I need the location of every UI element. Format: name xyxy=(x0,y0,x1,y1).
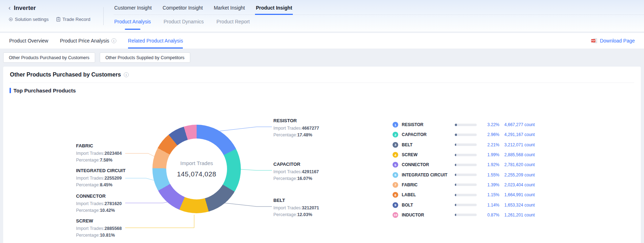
trade-count: 2,255,209 count xyxy=(503,173,552,177)
callout-name: CONNECTOR xyxy=(76,193,122,199)
share-percentage: 0.87% xyxy=(480,213,499,217)
trade-count: 1,653,324 count xyxy=(503,203,552,208)
legend-product-name: INDUCTOR xyxy=(402,213,451,217)
share-bar xyxy=(455,164,477,166)
page-title: Inverter xyxy=(14,5,36,12)
active-tab-underline xyxy=(125,29,140,30)
section-title: Other Products Purchased by Customers xyxy=(10,72,121,78)
leader-line-fabric xyxy=(125,153,155,157)
callout-connector: CONNECTOR Import Trades:2781620 Percenta… xyxy=(76,193,122,214)
legend-row-inductor: 10INDUCTOR0.87%1,261,201 count xyxy=(393,210,552,220)
share-bar-fill xyxy=(455,143,456,146)
callout-percentage-line: Percentage:12.03% xyxy=(273,211,319,218)
callout-belt: BELT Import Trades:3212071 Percentage:12… xyxy=(273,197,319,218)
filter-purchased-by-customers[interactable]: Other Products Purchased by Customers xyxy=(3,52,95,63)
legend-product-name: BELT xyxy=(402,142,451,147)
download-page-button[interactable]: PDF Download Page xyxy=(591,33,635,49)
callout-name: INTEGRATED CIRCUIT xyxy=(76,168,126,174)
callout-import-line: Import Trades:4667277 xyxy=(273,125,319,132)
callout-percentage-line: Percentage:8.45% xyxy=(76,182,126,188)
share-percentage: 3.22% xyxy=(480,122,499,127)
share-bar-fill xyxy=(455,194,456,196)
rank-badge: 1 xyxy=(393,122,398,128)
svg-text:PDF: PDF xyxy=(591,40,596,42)
share-bar xyxy=(455,183,477,186)
legend-row-capacitor: 2CAPACITOR2.96%4,291,167 count xyxy=(393,130,552,140)
header-tabs: Customer Insight Competitor Insight Mark… xyxy=(104,0,644,32)
share-bar xyxy=(455,143,477,146)
tab-product-insight[interactable]: Product Insight xyxy=(255,0,293,15)
callout-percentage-line: Percentage:10.42% xyxy=(76,207,122,214)
rank-badge: 10 xyxy=(393,212,398,218)
tab-competitor-insight[interactable]: Competitor Insight xyxy=(162,0,204,15)
callout-import-line: Import Trades:3212071 xyxy=(273,205,319,211)
info-icon[interactable]: i xyxy=(111,38,116,43)
callout-capacitor: CAPACITOR Import Trades:4291167 Percenta… xyxy=(273,161,319,182)
callout-import-line: Import Trades:4291167 xyxy=(273,169,319,175)
back-chevron-icon[interactable]: ‹ xyxy=(8,5,11,11)
callout-name: CAPACITOR xyxy=(273,161,319,168)
trade-count: 4,291,167 count xyxy=(503,132,552,137)
trade-count: 1,664,991 count xyxy=(503,192,552,197)
share-bar-fill xyxy=(455,154,456,156)
callout-import-line: Import Trades:2885568 xyxy=(76,225,122,232)
rank-badge: 9 xyxy=(393,202,398,208)
rank-badge: 5 xyxy=(393,162,398,168)
secondary-tabs: Product Analysis Product Dynamics Produc… xyxy=(114,15,644,27)
leader-line-capacitor xyxy=(241,169,272,170)
ranked-legend: 1RESISTOR3.22%4,667,277 count2CAPACITOR2… xyxy=(393,120,552,220)
callout-percentage-line: Percentage:16.07% xyxy=(273,175,319,182)
gear-icon xyxy=(8,17,13,22)
trade-record-label: Trade Record xyxy=(62,17,90,22)
share-bar-fill xyxy=(455,183,456,186)
solution-settings-label: Solution settings xyxy=(15,17,48,22)
callout-screw: SCREW Import Trades:2885568 Percentage:1… xyxy=(76,218,122,239)
tab-related-product-analysis[interactable]: Related Product Analysis xyxy=(128,33,183,49)
leader-line-screw xyxy=(125,215,194,228)
share-bar-fill xyxy=(455,214,456,216)
callout-percentage-line: Percentage:7.58% xyxy=(76,157,122,164)
callout-percentage-line: Percentage:10.81% xyxy=(76,232,122,239)
callout-integrated-circuit: INTEGRATED CIRCUIT Import Trades:2255209… xyxy=(76,168,126,188)
share-percentage: 1.39% xyxy=(480,182,499,187)
donut-chart[interactable]: Import Trades 145,074,028 xyxy=(152,125,241,213)
trade-record-link[interactable]: Trade Record xyxy=(56,17,90,22)
legend-product-name: CAPACITOR xyxy=(402,132,451,137)
subsection-title: Top Purchased Products xyxy=(13,87,76,94)
filter-row: Other Products Purchased by Customers Ot… xyxy=(3,52,644,63)
legend-row-connector: 5CONNECTOR1.92%2,781,620 count xyxy=(393,160,552,170)
callout-import-line: Import Trades:2023404 xyxy=(76,150,122,157)
leader-line-integrated-circuit xyxy=(125,178,154,180)
legend-product-name: RESISTOR xyxy=(402,122,451,127)
related-products-card: Other Products Purchased by Customers i … xyxy=(3,67,641,243)
legend-product-name: SCREW xyxy=(402,152,451,157)
legend-product-name: LABEL xyxy=(402,192,451,197)
section-info-icon[interactable]: i xyxy=(124,72,129,77)
rank-badge: 8 xyxy=(393,192,398,198)
donut-center-value: 145,074,028 xyxy=(177,170,216,178)
share-bar xyxy=(455,154,477,156)
tab-product-dynamics[interactable]: Product Dynamics xyxy=(163,18,205,27)
tab-product-overview[interactable]: Product Overview xyxy=(9,33,48,49)
tab-market-insight[interactable]: Market Insight xyxy=(213,0,245,15)
tab-product-price-analysis[interactable]: Product Price Analysis i xyxy=(60,33,116,49)
legend-row-screw: 4SCREW1.99%2,885,568 count xyxy=(393,150,552,160)
tab-product-analysis[interactable]: Product Analysis xyxy=(114,18,152,27)
share-percentage: 1.14% xyxy=(480,203,499,208)
tab-customer-insight[interactable]: Customer Insight xyxy=(114,0,152,15)
rank-badge: 4 xyxy=(393,152,398,158)
legend-row-bolt: 9BOLT1.14%1,653,324 count xyxy=(393,200,552,210)
callout-name: FABRIC xyxy=(76,143,122,149)
share-bar xyxy=(455,214,477,216)
callout-import-line: Import Trades:2255209 xyxy=(76,175,126,182)
donut-center-label: Import Trades xyxy=(180,160,213,166)
tab-product-report[interactable]: Product Report xyxy=(216,18,250,27)
tab-product-price-analysis-label: Product Price Analysis xyxy=(60,38,109,44)
filter-supplied-by-competitors[interactable]: Other Products Supplied by Competitors xyxy=(100,52,190,63)
share-bar-fill xyxy=(455,134,457,136)
callout-resistor: RESISTOR Import Trades:4667277 Percentag… xyxy=(273,118,319,139)
share-bar-fill xyxy=(455,124,457,126)
solution-settings-link[interactable]: Solution settings xyxy=(8,17,48,22)
trade-count: 2,781,620 count xyxy=(503,162,552,167)
share-percentage: 2.96% xyxy=(480,132,499,137)
